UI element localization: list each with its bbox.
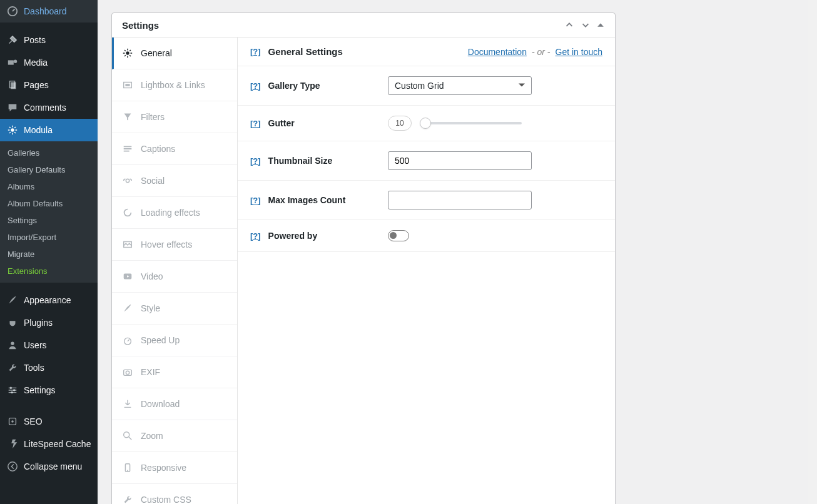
help-link[interactable]: [?] — [250, 156, 261, 166]
menu-item-appearance[interactable]: Appearance — [0, 289, 98, 311]
tab-responsive[interactable]: Responsive — [112, 452, 237, 484]
svg-point-23 — [127, 470, 128, 471]
help-link[interactable]: [?] — [250, 81, 261, 91]
tab-speed-up[interactable]: Speed Up — [112, 325, 237, 356]
help-link[interactable]: [?] — [250, 231, 261, 241]
menu-item-media[interactable]: Media — [0, 51, 98, 74]
menu-item-tools[interactable]: Tools — [0, 356, 98, 379]
field-powered-by: [?] Powered by — [238, 220, 615, 252]
svg-point-6 — [11, 342, 14, 345]
tab-label: Download — [141, 399, 180, 409]
separator-text: - or - — [532, 47, 551, 57]
tab-captions[interactable]: Captions — [112, 133, 237, 165]
tab-label: Responsive — [141, 463, 186, 473]
tab-loading-effects[interactable]: Loading effects — [112, 197, 237, 229]
menu-label: LiteSpeed Cache — [24, 439, 91, 449]
svg-point-18 — [124, 338, 131, 345]
menu-item-collapse[interactable]: Collapse menu — [0, 455, 98, 478]
move-up-icon[interactable] — [564, 19, 575, 31]
comment-icon — [6, 101, 19, 114]
tab-label: Speed Up — [141, 335, 180, 345]
field-label: Gutter — [268, 118, 295, 128]
menu-label: Appearance — [24, 295, 71, 305]
settings-body: General Lightbox & Links Filters Caption… — [112, 38, 615, 504]
field-label: Max Images Count — [268, 195, 346, 205]
svg-point-7 — [10, 387, 13, 390]
menu-item-settings[interactable]: Settings — [0, 379, 98, 401]
toggle-icon[interactable] — [596, 21, 605, 29]
submenu-import-export[interactable]: Import/Export — [0, 229, 98, 246]
user-icon — [6, 339, 19, 351]
tab-exif[interactable]: EXIF — [112, 356, 237, 388]
submenu-album-defaults[interactable]: Album Defaults — [0, 195, 98, 212]
tab-label: Filters — [141, 112, 165, 122]
social-icon — [122, 175, 133, 186]
help-link[interactable]: [?] — [250, 119, 261, 128]
tab-hover-effects[interactable]: Hover effects — [112, 229, 237, 261]
menu-item-users[interactable]: Users — [0, 334, 98, 356]
help-link[interactable]: [?] — [250, 196, 261, 205]
submenu-galleries[interactable]: Galleries — [0, 144, 98, 161]
svg-point-2 — [14, 60, 17, 63]
tab-style[interactable]: Style — [112, 293, 237, 325]
gallery-type-select[interactable]: Custom Grid — [388, 76, 532, 95]
powered-by-toggle[interactable] — [388, 230, 409, 241]
menu-item-comments[interactable]: Comments — [0, 96, 98, 119]
get-in-touch-link[interactable]: Get in touch — [556, 47, 603, 57]
video-icon — [122, 271, 133, 282]
submenu-gallery-defaults[interactable]: Gallery Defaults — [0, 161, 98, 178]
tab-filters[interactable]: Filters — [112, 101, 237, 133]
select-value: Custom Grid — [395, 81, 444, 91]
thumbnail-size-input[interactable] — [388, 151, 532, 170]
menu-item-plugins[interactable]: Plugins — [0, 311, 98, 334]
gutter-slider[interactable] — [422, 122, 522, 124]
tab-video[interactable]: Video — [112, 261, 237, 293]
menu-item-dashboard[interactable]: Dashboard — [0, 0, 98, 23]
menu-item-litespeed[interactable]: LiteSpeed Cache — [0, 433, 98, 455]
menu-label: SEO — [24, 416, 43, 426]
help-link[interactable]: [?] — [250, 47, 261, 56]
menu-label: Pages — [24, 80, 49, 90]
submenu-settings[interactable]: Settings — [0, 212, 98, 229]
tab-label: Zoom — [141, 431, 163, 441]
menu-item-pages[interactable]: Pages — [0, 74, 98, 96]
brush-icon — [6, 294, 19, 306]
field-label: Powered by — [268, 231, 318, 241]
tab-download[interactable]: Download — [112, 388, 237, 420]
tab-lightbox[interactable]: Lightbox & Links — [112, 69, 237, 101]
lightbox-icon — [122, 79, 133, 91]
menu-item-seo[interactable]: SEO — [0, 410, 98, 433]
svg-point-13 — [126, 51, 129, 54]
submenu-extensions[interactable]: Extensions — [0, 263, 98, 280]
dashboard-icon — [6, 5, 19, 18]
documentation-link[interactable]: Documentation — [468, 47, 527, 57]
wrench-icon — [6, 361, 19, 374]
tab-label: Loading effects — [141, 208, 200, 218]
submenu-modula: Galleries Gallery Defaults Albums Album … — [0, 141, 98, 283]
menu-label: Modula — [24, 125, 53, 135]
tab-general[interactable]: General — [112, 38, 237, 69]
menu-item-posts[interactable]: Posts — [0, 29, 98, 51]
move-down-icon[interactable] — [580, 19, 591, 31]
style-icon — [122, 303, 133, 314]
svg-rect-1 — [8, 60, 14, 64]
section-title: General Settings — [268, 46, 343, 57]
submenu-migrate[interactable]: Migrate — [0, 246, 98, 263]
submenu-albums[interactable]: Albums — [0, 178, 98, 195]
tab-custom-css[interactable]: Custom CSS — [112, 484, 237, 504]
settings-metabox: Settings General Lightbox & Links — [111, 13, 616, 504]
media-icon — [6, 56, 19, 69]
menu-item-modula[interactable]: Modula — [0, 119, 98, 141]
gear-icon — [122, 48, 133, 59]
tab-label: EXIF — [141, 367, 160, 377]
slider-thumb[interactable] — [420, 118, 431, 129]
gutter-value[interactable]: 10 — [388, 116, 412, 131]
max-images-input[interactable] — [388, 191, 532, 209]
content-area: Settings General Lightbox & Links — [98, 0, 817, 504]
tab-zoom[interactable]: Zoom — [112, 420, 237, 452]
metabox-actions — [564, 19, 605, 31]
menu-label: Plugins — [24, 318, 53, 328]
tab-social[interactable]: Social — [112, 165, 237, 197]
svg-point-20 — [126, 371, 129, 374]
scrollbar-track[interactable] — [808, 0, 817, 504]
